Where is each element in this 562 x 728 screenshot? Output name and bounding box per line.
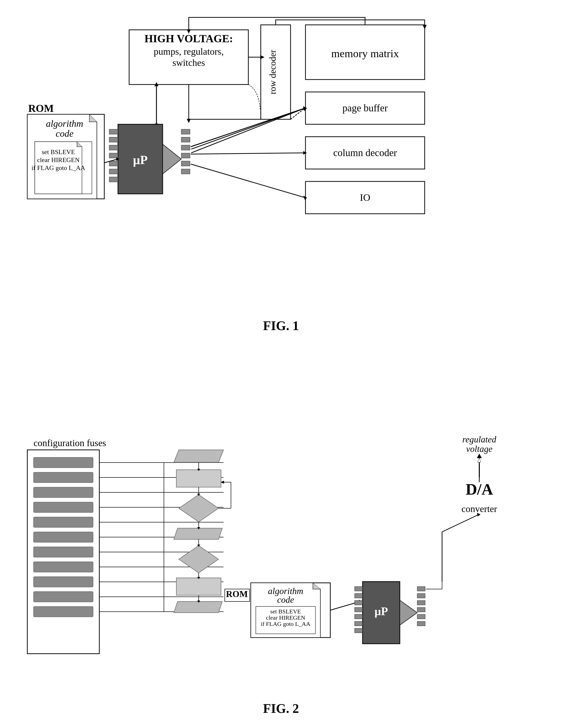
svg-text:ROM: ROM (28, 103, 54, 114)
svg-rect-152 (417, 607, 425, 612)
svg-rect-75 (34, 532, 93, 542)
svg-text:page buffer: page buffer (342, 102, 388, 114)
svg-rect-141 (355, 587, 362, 591)
svg-rect-70 (34, 457, 93, 468)
fig1-svg: HIGH VOLTAGE: pumps, regulators, switche… (20, 15, 562, 328)
svg-rect-154 (417, 621, 425, 626)
svg-line-165 (442, 514, 479, 532)
svg-rect-20 (35, 142, 92, 194)
svg-line-53 (191, 108, 305, 147)
svg-rect-77 (34, 562, 93, 572)
svg-marker-57 (303, 106, 307, 111)
svg-rect-37 (181, 145, 190, 150)
svg-rect-140 (362, 582, 400, 644)
fig1-diagram: HIGH VOLTAGE: pumps, regulators, switche… (20, 15, 542, 338)
svg-rect-27 (109, 129, 118, 134)
svg-text:configuration fuses: configuration fuses (34, 438, 106, 448)
svg-text:D/A: D/A (466, 480, 493, 498)
svg-line-60 (191, 153, 305, 154)
svg-rect-134 (256, 606, 315, 634)
fig2-label: FIG. 2 (263, 701, 299, 716)
svg-rect-79 (34, 592, 93, 602)
svg-rect-78 (34, 577, 93, 587)
svg-rect-10 (305, 137, 425, 169)
svg-marker-118 (197, 545, 200, 547)
svg-rect-151 (417, 600, 425, 605)
svg-marker-16 (27, 114, 97, 199)
svg-line-48 (290, 108, 305, 119)
svg-marker-44 (423, 25, 427, 29)
svg-rect-69 (27, 450, 99, 654)
svg-marker-112 (197, 469, 200, 471)
svg-marker-59 (303, 106, 307, 111)
svg-rect-109 (176, 578, 221, 595)
page: HIGH VOLTAGE: pumps, regulators, switche… (0, 0, 562, 728)
svg-text:set BSLEVE: set BSLEVE (42, 148, 75, 156)
svg-marker-49 (303, 106, 307, 111)
svg-text:code: code (277, 595, 294, 605)
svg-line-56 (191, 108, 305, 149)
svg-text:HIGH VOLTAGE:: HIGH VOLTAGE: (145, 33, 233, 45)
svg-rect-38 (181, 153, 190, 158)
svg-marker-63 (303, 196, 307, 200)
svg-marker-21 (35, 142, 82, 194)
svg-rect-73 (34, 502, 93, 513)
svg-line-62 (191, 164, 305, 198)
svg-rect-28 (109, 137, 118, 142)
svg-rect-32 (109, 169, 118, 174)
svg-text:set BSLEVE: set BSLEVE (270, 608, 301, 615)
svg-text:clear HIREGEN: clear HIREGEN (266, 614, 305, 621)
svg-marker-46 (187, 119, 191, 123)
svg-marker-120 (197, 577, 200, 579)
svg-rect-40 (181, 169, 190, 174)
svg-text:converter: converter (461, 504, 497, 514)
fig2-diagram: configuration fuses (20, 373, 542, 721)
svg-marker-108 (179, 546, 219, 573)
svg-rect-153 (417, 614, 425, 619)
svg-marker-52 (155, 124, 159, 124)
svg-text:if FLAG goto L_AA: if FLAG goto L_AA (32, 164, 85, 171)
svg-rect-147 (355, 628, 362, 633)
svg-marker-107 (174, 528, 222, 539)
svg-rect-105 (176, 470, 221, 487)
svg-rect-129 (251, 583, 330, 638)
svg-marker-22 (77, 142, 82, 147)
svg-line-138 (330, 601, 360, 610)
fig1-label: FIG. 1 (263, 318, 299, 333)
svg-text:regulated: regulated (462, 434, 497, 444)
svg-rect-29 (109, 145, 118, 150)
svg-text:algorithm: algorithm (268, 586, 303, 596)
svg-rect-76 (34, 547, 93, 557)
svg-rect-30 (109, 153, 118, 158)
svg-text:memory matrix: memory matrix (331, 47, 399, 60)
svg-rect-8 (305, 92, 425, 124)
svg-marker-116 (197, 527, 200, 529)
svg-marker-110 (174, 601, 222, 613)
svg-text:pumps, regulators,: pumps, regulators, (154, 46, 224, 57)
svg-rect-31 (109, 161, 118, 166)
svg-text:μP: μP (374, 605, 388, 618)
svg-rect-36 (181, 137, 190, 142)
svg-marker-51 (155, 82, 159, 86)
svg-rect-80 (34, 606, 93, 617)
svg-marker-131 (313, 583, 320, 589)
svg-rect-39 (181, 161, 190, 166)
svg-marker-66 (116, 157, 119, 161)
svg-marker-160 (478, 458, 481, 462)
svg-text:voltage: voltage (466, 444, 492, 454)
svg-rect-6 (305, 25, 425, 80)
svg-line-58 (191, 108, 305, 147)
svg-rect-142 (355, 594, 362, 598)
svg-rect-4 (261, 25, 290, 119)
svg-rect-150 (417, 594, 425, 598)
svg-marker-61 (303, 151, 307, 155)
svg-rect-35 (181, 129, 190, 134)
svg-text:column decoder: column decoder (333, 147, 397, 158)
svg-text:code: code (56, 128, 74, 139)
svg-marker-106 (179, 495, 219, 522)
svg-rect-12 (305, 181, 425, 214)
svg-text:row decoder: row decoder (268, 50, 278, 94)
svg-marker-54 (303, 106, 307, 111)
svg-marker-67 (187, 29, 191, 34)
svg-rect-72 (34, 487, 93, 498)
